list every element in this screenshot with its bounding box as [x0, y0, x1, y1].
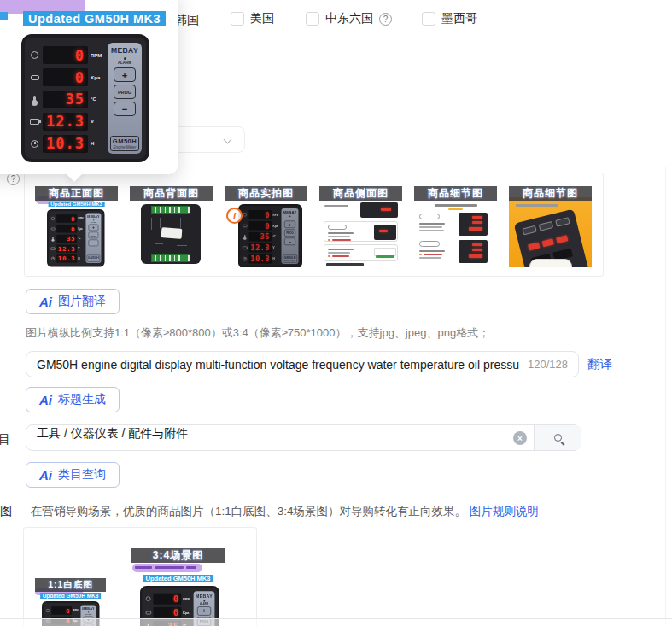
device-brand-logo: MEBAY	[87, 214, 99, 219]
ai-mark: Ai	[39, 468, 52, 483]
hours-unit: H	[91, 141, 105, 146]
device-row-oil-pressure: 0 Kpa	[29, 67, 105, 88]
product-title-input[interactable]: GM50H engine digital display multi-funct…	[26, 351, 579, 377]
device-button-column: MEBAY ALARM + PROG − GM50H Engine Meter	[85, 214, 101, 264]
battery-icon	[50, 247, 56, 249]
thumbnail-label: 商品细节图	[509, 186, 592, 201]
category-field-label: 类目	[0, 432, 10, 448]
device-plus-button: +	[114, 67, 136, 82]
voltage-unit: V	[91, 119, 105, 124]
oil-temperature-icon	[243, 235, 248, 239]
device-button-column: MEBAY ALARM + PROG − GM50H Engine Meter	[108, 43, 142, 154]
guide-images-panel: Updated GM50H MK3 0 RPM 0 Kpa 35 °C 12.3	[23, 527, 257, 626]
oil-pressure-value: 0	[173, 607, 179, 617]
device-minus-button: −	[114, 102, 136, 116]
device-display-column: 0 RPM 0 Kpa 35 °C 12.3 V 10.3 H	[29, 43, 105, 154]
rpm-value: 0	[173, 594, 179, 604]
product-edit-page: 韩国 美国 中东六国 ? 墨西哥 ? Updated GM50H MK3 0 R…	[0, 0, 672, 626]
device-plus-button: +	[197, 606, 211, 616]
hours-unit: H	[273, 258, 281, 260]
ai-mark: Ai	[39, 393, 52, 407]
oil-pressure-icon	[50, 227, 56, 230]
device-row-oil-pressure: 0 Kpa	[50, 224, 85, 233]
clear-icon[interactable]: ×	[513, 431, 527, 445]
device-prog-button: PROG	[114, 85, 136, 99]
country-label-usa: 美国	[250, 11, 274, 26]
ai-image-translate-button[interactable]: Ai 图片翻译	[26, 289, 120, 314]
product-device-image: 0 RPM 0 Kpa 35 °C 12.3 V 10.3 H	[47, 209, 118, 267]
thumbnail-real-shot[interactable]: 0 RPM 0 Kpa 35 °C 12.3 V 10.3 H	[225, 186, 307, 267]
guide-field-label: 导购图	[0, 504, 12, 519]
device-prog-button: PROG	[89, 232, 99, 239]
rpm-gauge-icon	[243, 213, 248, 217]
device-minus-button: −	[89, 240, 99, 247]
mini-device-image	[360, 202, 398, 218]
voltage-unit: V	[78, 248, 85, 250]
ai-title-generate-button[interactable]: Ai 标题生成	[26, 387, 120, 412]
thumbnail-detail-view-2[interactable]: 商品细节图	[509, 186, 592, 267]
thumbnail-back-view[interactable]: 商品背面图	[130, 186, 213, 267]
thumbnail-detail-view[interactable]: 商品细节图	[414, 186, 497, 267]
checkbox-usa[interactable]	[231, 12, 244, 26]
device-brand-logo: MEBAY	[82, 606, 94, 611]
spec-block	[324, 221, 398, 242]
thumbnail-label: 商品侧面图	[319, 186, 402, 201]
guide-description: 在营销导购场景，优质的商品图片（1:1白底图、3:4场景图）对导购转化有正向效果…	[31, 504, 539, 519]
oil-temperature-icon	[50, 237, 56, 240]
image-rules-link[interactable]: 图片规则说明	[470, 505, 539, 518]
device-alarm-indicator: ALARM	[286, 216, 293, 220]
device-alarm-indicator: ALARM	[118, 57, 131, 65]
run-hours-icon	[29, 140, 40, 148]
device-row-hours: 10.3 H	[243, 254, 281, 264]
hours-value: 10.3	[46, 135, 85, 152]
images-help-icon[interactable]: ?	[7, 173, 20, 185]
voltage-value: 12.3	[46, 113, 85, 130]
rpm-unit: RPM	[78, 218, 85, 220]
category-search-button[interactable]	[534, 425, 581, 450]
help-icon[interactable]: ?	[379, 13, 392, 26]
country-option-middle-east: 中东六国 ?	[306, 11, 392, 26]
ai-category-query-button[interactable]: Ai 类目查询	[26, 462, 120, 488]
chevron-down-icon	[224, 136, 232, 144]
device-row-temperature: 35 °C	[50, 234, 85, 243]
oil-pressure-value: 0	[265, 221, 270, 230]
checkbox-middle-east[interactable]	[306, 12, 319, 26]
oil-pressure-unit: Kpa	[91, 75, 105, 80]
device-back-image	[141, 204, 201, 264]
country-option-mexico: 墨西哥	[422, 11, 477, 26]
oil-pressure-icon	[243, 225, 248, 227]
temperature-unit: °C	[91, 97, 105, 102]
oil-pressure-value: 0	[75, 69, 85, 86]
voltage-unit: V	[273, 247, 281, 249]
product-images-panel: Updated GM50H MK3 0 RPM 0 Kpa 35 °C 12.3	[24, 173, 604, 277]
category-input[interactable]: 工具 / 仪器仪表 / 配件与附件 ×	[26, 424, 581, 451]
char-counter: 120/128	[528, 358, 568, 371]
thumbnail-label: 商品背面图	[130, 186, 213, 201]
rpm-value: 0	[265, 210, 270, 219]
thumbnail-front-view[interactable]: Updated GM50H MK3 0 RPM 0 Kpa 35 °C 12.3	[35, 186, 118, 267]
image-preview-popup: Updated GM50H MK3 0 RPM 0 Kpa 35 °C 12.3	[0, 0, 178, 174]
device-row-oil-pressure: 0 Kpa	[243, 220, 281, 231]
gm50h-device-photo: 0 RPM 0 Kpa 35 °C 12.3 V 10.3 H	[238, 204, 302, 267]
hours-value: 10.3	[58, 254, 75, 262]
thumbnail-side-view[interactable]: 商品侧面图	[319, 186, 402, 267]
rpm-gauge-icon	[145, 597, 152, 602]
translate-link[interactable]: 翻译	[587, 356, 612, 372]
device-row-rpm: 0 RPM	[29, 45, 105, 66]
temperature-unit: °C	[273, 236, 281, 238]
blue-chip-decoration	[0, 12, 8, 20]
device-brand-logo: MEBAY	[111, 46, 138, 55]
hours-value: 10.3	[251, 254, 270, 263]
guide-image-3-4[interactable]: Updated GM50H MK3 0 RPM 0 Kpa 35 °C 12.3	[131, 548, 225, 626]
device-row-voltage: 12.3 V	[50, 244, 85, 254]
checkbox-mexico[interactable]	[422, 12, 435, 26]
terminal-strip-top	[151, 206, 190, 214]
battery-icon	[29, 119, 40, 125]
device-button-column: MEBAY ALARM + PROG − GM50H Engine Meter	[282, 208, 299, 264]
country-option-usa: 美国	[231, 11, 274, 26]
device-display-column: 0 RPM 0 Kpa 35 °C 12.3 V 10.3 H	[50, 214, 85, 264]
oil-pressure-icon	[29, 75, 40, 80]
rpm-unit: RPM	[273, 214, 281, 216]
product-tag: Updated GM50H MK3	[48, 202, 105, 207]
terminal-strip-bottom	[151, 254, 190, 262]
